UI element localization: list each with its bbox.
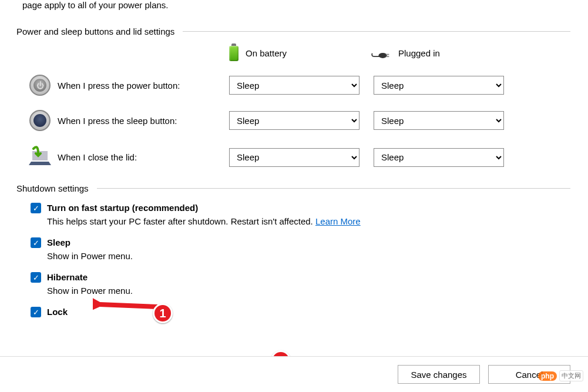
shutdown-item-fast-startup: ✓ Turn on fast startup (recommended) Thi…	[31, 202, 588, 228]
watermark: php 中文网	[538, 370, 583, 381]
row-power-button: ⏻ When I press the power button: Sleep S…	[22, 75, 588, 96]
plugged-in-label: Plugged in	[398, 48, 440, 58]
fast-startup-desc: This helps start your PC faster after sh…	[47, 216, 315, 226]
row-sleep-button: When I press the sleep button: Sleep Sle…	[22, 110, 588, 131]
watermark-text: 中文网	[559, 370, 583, 381]
section-power-sleep-title: Power and sleep buttons and lid settings	[16, 26, 183, 36]
lock-title: Lock	[47, 306, 68, 319]
svg-rect-2	[386, 56, 389, 57]
section-power-sleep-header: Power and sleep buttons and lid settings	[16, 26, 588, 36]
power-button-icon: ⏻	[29, 75, 51, 96]
sleep-button-label: When I press the sleep button:	[58, 116, 229, 126]
hibernate-title: Hibernate	[47, 271, 133, 284]
section-shutdown-title: Shutdown settings	[16, 183, 97, 193]
learn-more-link[interactable]: Learn More	[315, 216, 361, 226]
on-battery-label: On battery	[246, 48, 287, 58]
row-close-lid: When I close the lid: Sleep Sleep	[22, 145, 588, 169]
power-button-label: When I press the power button:	[58, 81, 229, 91]
column-headers: On battery Plugged in	[22, 45, 588, 62]
sleep-button-plugged-select[interactable]: Sleep	[374, 111, 504, 130]
sleep-desc: Show in Power menu.	[47, 250, 133, 263]
save-changes-button[interactable]: Save changes	[398, 365, 480, 384]
hibernate-desc: Show in Power menu.	[47, 284, 133, 298]
plug-icon	[370, 45, 391, 62]
close-lid-plugged-select[interactable]: Sleep	[374, 148, 504, 167]
close-lid-battery-select[interactable]: Sleep	[229, 148, 359, 167]
battery-icon	[229, 46, 238, 61]
intro-text: page apply to all of your power plans.	[22, 0, 588, 10]
svg-line-3	[100, 304, 157, 307]
close-lid-icon	[28, 145, 52, 169]
watermark-brand: php	[538, 371, 557, 381]
footer: Save changes Cancel	[0, 356, 588, 392]
close-lid-label: When I close the lid:	[58, 152, 229, 162]
checkbox-lock[interactable]: ✓	[31, 307, 41, 317]
checkbox-fast-startup[interactable]: ✓	[31, 203, 41, 213]
sleep-button-icon	[29, 110, 51, 131]
divider	[183, 31, 570, 32]
checkbox-sleep[interactable]: ✓	[31, 237, 41, 248]
sleep-button-battery-select[interactable]: Sleep	[229, 111, 359, 130]
shutdown-item-sleep: ✓ Sleep Show in Power menu.	[31, 236, 588, 263]
divider	[97, 188, 570, 189]
svg-rect-1	[386, 54, 389, 55]
power-button-plugged-select[interactable]: Sleep	[374, 76, 504, 95]
annotation-badge-1: 1	[153, 303, 173, 323]
svg-point-0	[378, 53, 387, 58]
shutdown-item-hibernate: ✓ Hibernate Show in Power menu.	[31, 271, 588, 297]
section-shutdown-header: Shutdown settings	[16, 183, 588, 193]
checkbox-hibernate[interactable]: ✓	[31, 272, 41, 283]
fast-startup-title: Turn on fast startup (recommended)	[47, 202, 361, 215]
power-button-battery-select[interactable]: Sleep	[229, 76, 359, 95]
sleep-title: Sleep	[47, 236, 133, 250]
